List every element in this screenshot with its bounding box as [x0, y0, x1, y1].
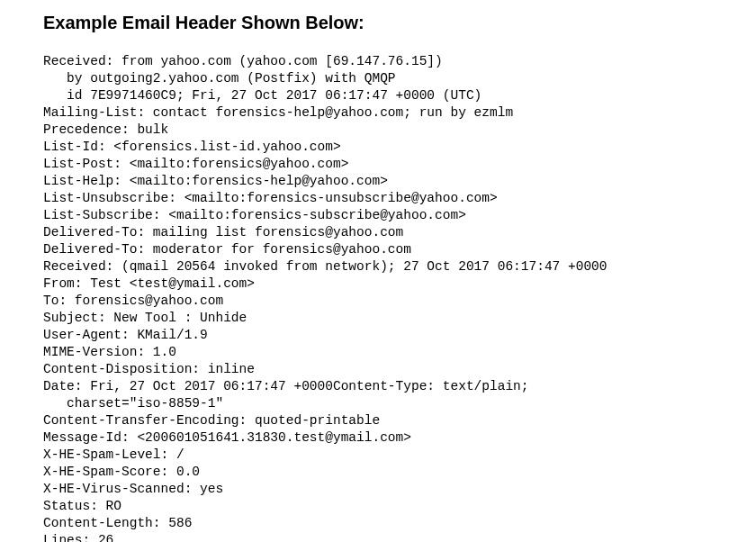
email-header-block: Received: from yahoo.com (yahoo.com [69.…	[43, 53, 713, 542]
page-title: Example Email Header Shown Below:	[43, 13, 713, 33]
